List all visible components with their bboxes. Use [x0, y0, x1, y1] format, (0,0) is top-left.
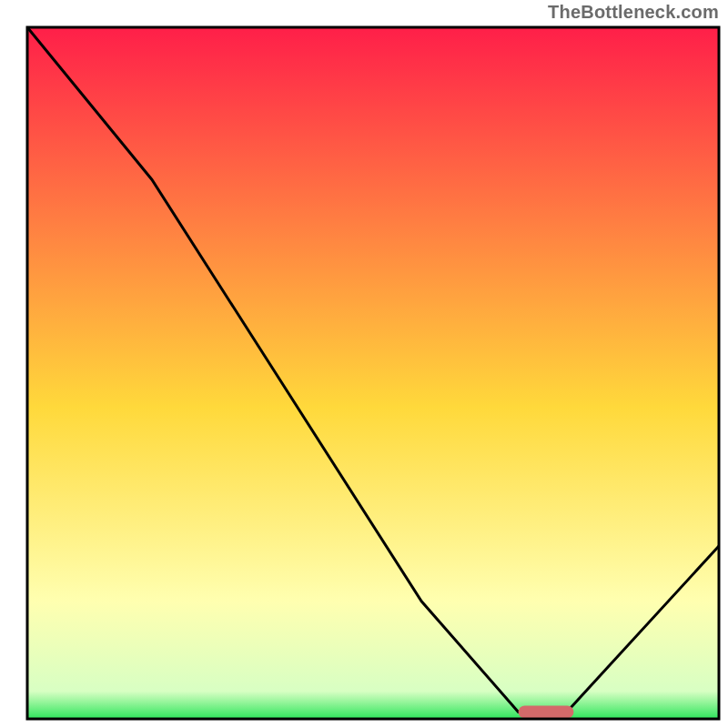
optimum-marker — [519, 705, 574, 718]
bottleneck-chart — [0, 0, 728, 728]
plot-area — [27, 27, 719, 719]
chart-container: TheBottleneck.com — [0, 0, 728, 728]
plot-background — [27, 27, 719, 719]
